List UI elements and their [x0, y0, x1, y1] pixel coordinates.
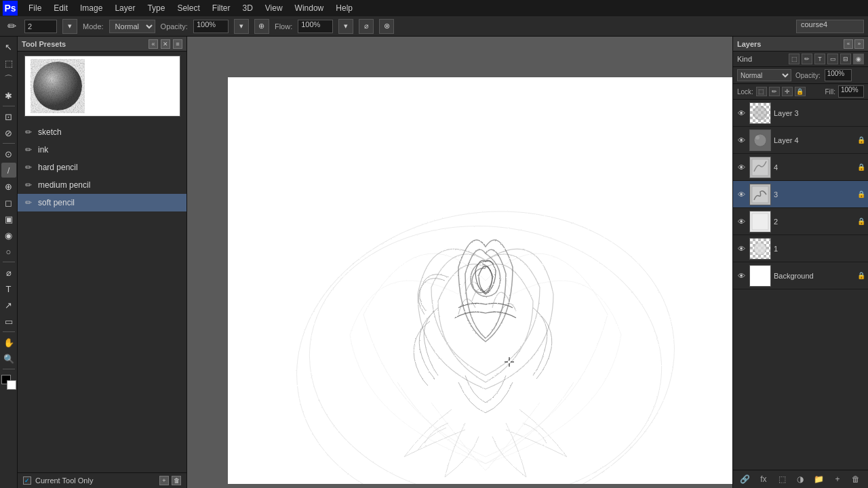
layer-visibility-background[interactable]: 👁 [736, 270, 747, 281]
current-tool-only-checkbox[interactable]: ✓ [23, 476, 31, 485]
menu-window[interactable]: Window [290, 2, 330, 14]
layer-name-layer3: Layer 3 [774, 109, 865, 117]
new-group-btn[interactable]: 📁 [813, 473, 825, 485]
brush-sphere-svg [31, 59, 85, 113]
layers-minimize-btn[interactable]: « [844, 39, 853, 49]
selection-rect-tool[interactable]: ⬚ [1, 56, 16, 70]
layer-mask-btn[interactable]: ⬚ [776, 473, 788, 485]
canvas-area[interactable] [187, 37, 732, 488]
layer-item-4[interactable]: 👁 4 🔒 [733, 154, 868, 181]
delete-preset-btn[interactable]: 🗑 [172, 476, 181, 485]
panel-menu-btn[interactable]: ≡ [173, 39, 182, 49]
preset-item-hard-pencil[interactable]: ✏ hard pencil [18, 159, 186, 176]
spot-heal-tool[interactable]: ⊙ [1, 146, 16, 161]
menu-file[interactable]: File [23, 2, 47, 14]
clone-tool[interactable]: ⊕ [1, 179, 16, 194]
layer-visibility-layer4[interactable]: 👁 [736, 135, 747, 146]
menu-help[interactable]: Help [330, 2, 358, 14]
layer-visibility-2[interactable]: 👁 [736, 216, 747, 227]
workspace-select[interactable]: course4 [796, 20, 864, 33]
menu-filter[interactable]: Filter [207, 2, 236, 14]
smoothing-btn[interactable]: ⌀ [359, 19, 374, 34]
move-tool[interactable]: ↖ [1, 39, 16, 54]
layer-thumb-2 [749, 211, 771, 232]
layer-item-layer4[interactable]: 👁 Layer 4 🔒 [733, 127, 868, 154]
preset-brush-icon-hard-pencil: ✏ [23, 162, 34, 173]
new-adjustment-btn[interactable]: ◑ [794, 473, 806, 485]
crop-tool[interactable]: ⊡ [1, 109, 16, 124]
menu-edit[interactable]: Edit [48, 2, 73, 14]
preset-item-ink[interactable]: ✏ ink [18, 141, 186, 159]
menu-view[interactable]: View [260, 2, 288, 14]
zoom-tool[interactable]: 🔍 [1, 351, 16, 366]
filter-toggle[interactable]: ◉ [853, 54, 864, 64]
brush-size-input[interactable]: 2 [24, 20, 57, 33]
preset-name-ink: ink [38, 145, 48, 155]
magic-wand-tool[interactable]: ✱ [1, 88, 16, 103]
canvas-document[interactable] [228, 77, 732, 484]
preset-item-sketch[interactable]: ✏ sketch [18, 123, 186, 141]
brush-tool[interactable]: / [1, 163, 16, 178]
background-color[interactable] [7, 380, 16, 390]
rose-sketch-svg [228, 77, 732, 484]
layer-visibility-4[interactable]: 👁 [736, 162, 747, 173]
layer-visibility-layer3[interactable]: 👁 [736, 108, 747, 119]
lock-draw-btn[interactable]: ✏ [769, 87, 780, 96]
layer-item-3[interactable]: 👁 3 🔒 [733, 181, 868, 208]
blur-tool[interactable]: ◉ [1, 228, 16, 243]
opacity-toggle[interactable]: ▾ [234, 19, 249, 34]
layer-mode-select[interactable]: Normal Multiply [737, 69, 791, 81]
delete-layer-btn[interactable]: 🗑 [850, 473, 862, 485]
layer-fill-input[interactable]: 100% [838, 85, 864, 98]
new-layer-btn[interactable]: + [831, 473, 844, 485]
foreground-background-colors[interactable] [1, 375, 16, 390]
filter-text-icon[interactable]: T [814, 54, 825, 64]
lock-move-btn[interactable]: ✛ [782, 87, 793, 96]
layer-effects-btn[interactable]: fx [757, 473, 770, 485]
path-select-tool[interactable]: ↗ [1, 298, 16, 312]
filter-adjust-icon[interactable]: ✏ [802, 54, 812, 64]
dodge-tool[interactable]: ○ [1, 244, 16, 259]
layer-visibility-3[interactable]: 👁 [736, 189, 747, 200]
hand-tool[interactable]: ✋ [1, 335, 16, 350]
text-tool[interactable]: T [1, 281, 16, 296]
shape-tool[interactable]: ▭ [1, 314, 16, 329]
lasso-tool[interactable]: ⌒ [1, 72, 16, 87]
lock-all-btn[interactable]: 🔒 [795, 87, 806, 96]
layers-expand-btn[interactable]: » [854, 39, 864, 49]
preset-item-medium-pencil[interactable]: ✏ medium pencil [18, 176, 186, 194]
layer-item-layer3[interactable]: 👁 Layer 3 [733, 100, 868, 127]
layer-item-background[interactable]: 👁 Background 🔒 [733, 262, 868, 289]
eyedropper-tool[interactable]: ⊘ [1, 125, 16, 140]
opacity-input[interactable]: 100% [193, 20, 229, 33]
layer-item-1[interactable]: 👁 1 [733, 235, 868, 262]
menu-select[interactable]: Select [172, 2, 205, 14]
eraser-tool[interactable]: ◻ [1, 195, 16, 210]
options-bar: ✏ 2 ▾ Mode: Normal Multiply Screen Opaci… [0, 16, 868, 37]
lock-pixels-btn[interactable]: ⬚ [756, 87, 767, 96]
menu-3d[interactable]: 3D [237, 2, 258, 14]
layer-item-2[interactable]: 👁 2 🔒 [733, 208, 868, 235]
filter-smartobj-icon[interactable]: ⊟ [840, 54, 851, 64]
panel-close-btn[interactable]: ✕ [161, 39, 170, 49]
brush-picker-btn[interactable]: ▾ [62, 19, 77, 34]
layer-visibility-1[interactable]: 👁 [736, 243, 747, 254]
symmetry-btn[interactable]: ⊗ [379, 19, 394, 34]
pen-tool[interactable]: ⌀ [1, 265, 16, 280]
current-tool-only-label: Current Tool Only [35, 476, 93, 485]
airbrush-btn[interactable]: ⊕ [254, 19, 269, 34]
panel-minimize-btn[interactable]: « [149, 39, 158, 49]
preset-item-soft-pencil[interactable]: ✏ soft pencil [18, 194, 186, 211]
menu-image[interactable]: Image [75, 2, 108, 14]
filter-shape-icon[interactable]: ▭ [827, 54, 838, 64]
flow-toggle[interactable]: ▾ [338, 19, 353, 34]
mode-select[interactable]: Normal Multiply Screen [109, 20, 155, 33]
gradient-tool[interactable]: ▣ [1, 211, 16, 226]
new-preset-btn[interactable]: + [159, 476, 169, 485]
link-layers-btn[interactable]: 🔗 [739, 473, 751, 485]
flow-input[interactable]: 100% [298, 20, 333, 33]
filter-pixel-icon[interactable]: ⬚ [789, 54, 800, 64]
menu-type[interactable]: Type [142, 2, 170, 14]
layer-opacity-input[interactable]: 100% [825, 69, 852, 81]
menu-layer[interactable]: Layer [109, 2, 140, 14]
